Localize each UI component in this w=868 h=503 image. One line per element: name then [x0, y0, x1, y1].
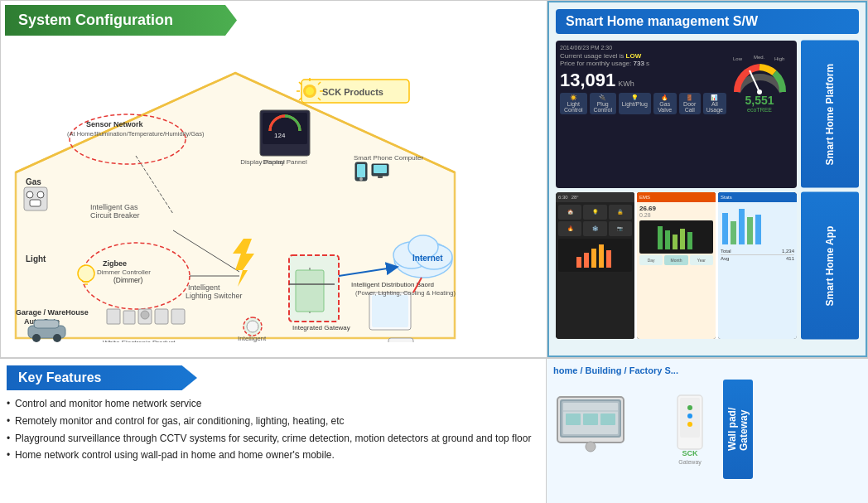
svg-rect-51 — [107, 309, 120, 324]
svg-rect-104 — [722, 213, 728, 244]
svg-rect-52 — [123, 311, 135, 324]
control-lightplug: 💡Light/Plug — [619, 93, 651, 114]
svg-text:(Dimmer): (Dimmer) — [113, 276, 143, 284]
svg-text:Med.: Med. — [754, 55, 765, 60]
svg-rect-106 — [739, 209, 745, 244]
svg-text:Dimmer Controller: Dimmer Controller — [97, 268, 151, 276]
control-door: 🚪Door Call — [679, 93, 701, 114]
wall-pad-header: home / Building / Factory S... — [553, 365, 861, 375]
control-light: ☀️Light Control — [560, 93, 587, 114]
app-screen-3: Stats — [718, 192, 797, 340]
compare-chart — [721, 205, 766, 246]
energy-display: 2014/06/23 PM 2:30 Current usage level i… — [556, 41, 797, 188]
svg-rect-24 — [30, 200, 41, 206]
tree-value: 5,551 — [745, 94, 774, 107]
app-screen-2: EMS 26.69 0.28 — [637, 192, 716, 340]
svg-point-121 — [687, 414, 692, 418]
energy-date: 2014/06/23 PM 2:30 — [560, 45, 793, 51]
svg-text:Intelligent Distribution Baord: Intelligent Distribution Baord — [351, 281, 434, 288]
control-gas: 🔥Gas Valve — [653, 93, 677, 114]
screenshots-area: 2014/06/23 PM 2:30 Current usage level i… — [556, 41, 797, 339]
price-value: 733 — [633, 60, 644, 67]
right-content: 2014/06/23 PM 2:30 Current usage level i… — [556, 41, 859, 339]
svg-point-22 — [27, 191, 33, 198]
svg-text:Zigbee: Zigbee — [103, 259, 127, 268]
svg-text:Internet: Internet — [412, 254, 443, 263]
svg-rect-116 — [600, 414, 615, 425]
svg-text:(At Home/Illumination/Temperat: (At Home/Illumination/Temperature/Humidi… — [67, 130, 205, 138]
svg-rect-108 — [755, 215, 761, 244]
svg-rect-105 — [731, 221, 736, 244]
svg-rect-65 — [388, 338, 413, 342]
feature-item-3: Playground surveillance through CCTV sys… — [7, 432, 539, 446]
svg-rect-102 — [680, 229, 685, 249]
eco-label: ecoTREE — [747, 107, 772, 113]
svg-text:Gas: Gas — [26, 177, 41, 186]
app-screen-1: 6:30 28° 🏠 💡 🔒 🔥 ❄️ — [556, 192, 634, 340]
side-labels: Smart Home Platform Smart Home App — [801, 41, 859, 339]
svg-text:Integrated Gateway: Integrated Gateway — [292, 324, 350, 331]
control-plug: 🔌Plug Control — [590, 93, 616, 114]
svg-rect-58 — [247, 321, 258, 332]
svg-text:Gateway: Gateway — [678, 459, 702, 466]
svg-text:124: 124 — [274, 132, 286, 139]
svg-rect-21 — [24, 187, 47, 210]
wall-pad-device — [553, 393, 653, 466]
features-list: Control and monitor home network service… — [7, 397, 539, 462]
svg-rect-98 — [606, 250, 611, 268]
svg-rect-97 — [599, 244, 604, 268]
svg-rect-46 — [34, 320, 59, 328]
svg-text:Light: Light — [26, 254, 46, 264]
control-all: 📊All Usage — [703, 93, 726, 114]
svg-rect-101 — [673, 235, 678, 249]
svg-text:Sensor Network: Sensor Network — [86, 120, 144, 128]
wall-pad-section: SCK Gateway Wall pad/Gateway — [553, 380, 861, 479]
svg-text:Intelligent Gas: Intelligent Gas — [90, 203, 138, 211]
svg-rect-55 — [155, 309, 168, 324]
feature-item-4: Home network control using wall-pad in h… — [7, 448, 539, 462]
right-panel: Smart Home management S/W 2014/06/23 PM … — [547, 1, 867, 357]
bottom-left: Key Features Control and monitor home ne… — [0, 359, 547, 503]
svg-rect-107 — [747, 217, 753, 244]
svg-rect-100 — [665, 230, 670, 249]
app-grid: 🏠 💡 🔒 🔥 ❄️ 📷 — [558, 205, 632, 236]
main-container: System Configuration SCK Products — [0, 0, 868, 503]
gauge-area: Low High Med. — [726, 52, 793, 113]
svg-text:White Electronic Product: White Electronic Product — [103, 339, 176, 342]
svg-point-122 — [687, 422, 692, 427]
svg-text:Smart Phone  Computer: Smart Phone Computer — [354, 154, 423, 162]
wall-pad-label: Wall pad/Gateway — [723, 380, 753, 479]
svg-rect-96 — [591, 249, 596, 268]
svg-text:Circuit Breaker: Circuit Breaker — [90, 211, 140, 220]
svg-rect-94 — [576, 257, 581, 268]
svg-text:Intelligent: Intelligent — [188, 283, 220, 292]
svg-text:(Power, Lighting, Cooling & He: (Power, Lighting, Cooling & Heating) — [355, 289, 456, 297]
svg-rect-77 — [357, 164, 365, 177]
svg-rect-56 — [171, 309, 185, 324]
svg-text:Lighting Switcher: Lighting Switcher — [186, 292, 243, 300]
svg-text:SCK: SCK — [682, 449, 698, 457]
platform-label: Smart Home Platform — [801, 41, 859, 188]
system-diagram: SCK Products Sensor Network (At Home/Ill… — [1, 36, 531, 355]
svg-point-120 — [687, 405, 692, 410]
svg-point-54 — [141, 311, 149, 319]
house-diagram-svg: SCK Products Sensor Network (At Home/Ill… — [7, 65, 463, 342]
feature-item-1: Control and monitor home network service — [7, 397, 539, 411]
svg-point-47 — [32, 334, 41, 342]
svg-point-117 — [586, 442, 596, 452]
feature-item-2: Remotely monitor and control for gas, ai… — [7, 414, 539, 428]
svg-rect-40 — [296, 270, 324, 312]
wall-pad-svg — [553, 393, 653, 463]
bar-chart — [656, 222, 697, 251]
mini-chart — [575, 240, 616, 269]
svg-point-78 — [359, 177, 363, 181]
svg-rect-115 — [583, 414, 598, 425]
svg-text:Intelligent: Intelligent — [238, 335, 267, 342]
svg-text:SCK Products: SCK Products — [322, 87, 383, 97]
app-screenshots: 6:30 28° 🏠 💡 🔒 🔥 ❄️ — [556, 192, 797, 340]
svg-rect-99 — [658, 226, 663, 249]
smart-home-title: Smart Home management S/W — [556, 9, 859, 34]
svg-text:High: High — [774, 56, 784, 61]
energy-monitor-screenshot: 2014/06/23 PM 2:30 Current usage level i… — [556, 41, 797, 188]
bottom-right: home / Building / Factory S... — [547, 359, 868, 503]
